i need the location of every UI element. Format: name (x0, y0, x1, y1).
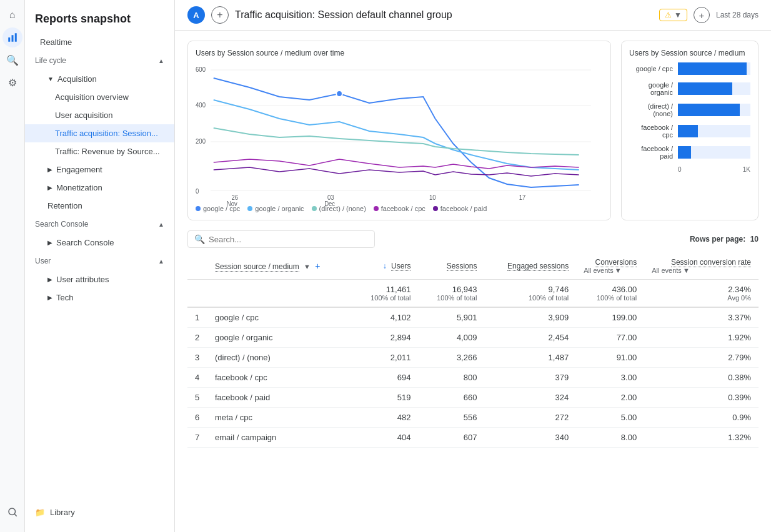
bar-chart-title: Users by Session source / medium (629, 49, 750, 57)
svg-text:200: 200 (196, 138, 206, 145)
date-range[interactable]: Last 28 days (716, 11, 759, 19)
svg-text:600: 600 (196, 66, 206, 73)
row-4-num: 4 (187, 368, 207, 388)
acq-overview-label: Acquisition overview (55, 92, 129, 102)
search-box[interactable]: 🔍 (187, 230, 375, 248)
sidebar-item-retention[interactable]: Retention (25, 197, 174, 215)
table-toolbar: 🔍 Rows per page: 10 (187, 230, 759, 248)
conv-rate-filter[interactable]: All events ▼ (652, 267, 751, 274)
row-4-users: 694 (352, 368, 418, 388)
row-1-num: 1 (187, 307, 207, 328)
table-row: 7 email / campaign 404 607 340 8.00 1.32… (187, 428, 759, 448)
svg-text:Nov: Nov (227, 200, 237, 206)
row-2-sessions: 4,009 (418, 328, 484, 348)
bar-track-direct (678, 104, 750, 116)
total-engaged-value: 9,746 (549, 285, 569, 294)
bar-chart: google / cpc google / organic (direct) /… (629, 62, 750, 173)
lifecycle-chevron: ▲ (158, 57, 164, 64)
conv-rate-chevron: ▼ (683, 267, 690, 274)
home-icon[interactable]: ⌂ (2, 5, 22, 25)
bar-item-direct: (direct) / (none) (629, 102, 750, 117)
row-2-conv-rate: 1.92% (644, 328, 759, 348)
row-6-source: meta / cpc (207, 408, 352, 428)
add-button[interactable]: + (211, 6, 229, 24)
rows-per-page-value[interactable]: 10 (750, 235, 759, 244)
bar-item-fb-cpc: facebook / cpc (629, 124, 750, 139)
library-label: Library (50, 508, 75, 517)
total-engaged: 9,746 100% of total (484, 280, 576, 308)
row-7-source: email / campaign (207, 428, 352, 448)
bar-label-direct: (direct) / (none) (629, 102, 673, 117)
th-num (187, 253, 207, 280)
search-console-item-label: Search Console (56, 238, 114, 247)
icon-rail: ⌂ 🔍 ⚙ (0, 0, 25, 532)
search-icon[interactable]: 🔍 (2, 50, 22, 70)
sidebar-section-user[interactable]: User ▲ (25, 252, 174, 270)
share-button[interactable]: + (694, 7, 710, 23)
sidebar: Reports snapshot Realtime Life cycle ▲ ▼… (25, 0, 175, 532)
sidebar-item-acquisition-overview[interactable]: Acquisition overview (25, 88, 174, 106)
sidebar-section-search-console[interactable]: Search Console ▲ (25, 215, 174, 234)
sidebar-item-acquisition-parent[interactable]: ▼ Acquisition (25, 70, 174, 88)
table-row: 4 facebook / cpc 694 800 379 3.00 0.38% (187, 368, 759, 388)
svg-text:10: 10 (429, 194, 436, 201)
sidebar-item-realtime[interactable]: Realtime (25, 33, 174, 51)
legend-dot-google-cpc (196, 206, 201, 211)
sidebar-item-tech[interactable]: ▶ Tech (25, 288, 174, 307)
bar-label-fb-cpc: facebook / cpc (629, 124, 673, 139)
reports-icon[interactable] (2, 27, 22, 47)
sidebar-item-user-attributes[interactable]: ▶ User attributes (25, 270, 174, 288)
alert-button[interactable]: ⚠ ▼ (659, 9, 687, 21)
total-num (187, 280, 207, 308)
row-6-conv-rate: 0.9% (644, 408, 759, 428)
th-users[interactable]: ↓ Users (352, 253, 418, 280)
gear-icon[interactable]: ⚙ (2, 72, 22, 92)
svg-point-3 (9, 508, 16, 515)
sidebar-item-monetization[interactable]: ▶ Monetization (25, 179, 174, 197)
row-5-conversions: 2.00 (576, 388, 644, 408)
sidebar-item-traffic-revenue[interactable]: Traffic: Revenue by Source... (25, 142, 174, 160)
warning-icon: ⚠ (665, 11, 672, 19)
user-attributes-label: User attributes (56, 275, 109, 284)
sidebar-item-traffic-acquisition[interactable]: Traffic acquisition: Session... (25, 124, 174, 142)
sidebar-item-user-acquisition[interactable]: User acquisition (25, 106, 174, 124)
lifecycle-label: Life cycle (35, 56, 66, 65)
add-dimension-icon[interactable]: + (315, 261, 320, 271)
th-dimension[interactable]: Session source / medium ▼ + (207, 253, 352, 280)
conv-rate-all-events: All events (652, 267, 682, 274)
dimension-dropdown[interactable]: ▼ (304, 263, 311, 270)
th-conversions[interactable]: Conversions All events ▼ (576, 253, 644, 280)
magnify-icon[interactable] (2, 502, 22, 522)
avatar: A (187, 6, 205, 24)
sidebar-item-library[interactable]: 📁 Library (25, 503, 85, 522)
svg-rect-2 (14, 33, 16, 42)
sidebar-section-lifecycle[interactable]: Life cycle ▲ (25, 51, 174, 70)
th-conv-rate[interactable]: Session conversion rate All events ▼ (644, 253, 759, 280)
row-6-sessions: 556 (418, 408, 484, 428)
all-events-chevron: ▼ (615, 267, 622, 274)
svg-text:Dec: Dec (324, 200, 335, 206)
table-row: 1 google / cpc 4,102 5,901 3,909 199.00 … (187, 307, 759, 328)
row-3-users: 2,011 (352, 348, 418, 368)
sidebar-item-search-console[interactable]: ▶ Search Console (25, 234, 174, 252)
th-sessions[interactable]: Sessions (418, 253, 484, 280)
search-console-chevron: ▲ (158, 221, 164, 228)
line-chart: 600 400 200 0 26 Nov 03 Dec (196, 62, 603, 200)
tech-label: Tech (56, 293, 73, 302)
bar-fill-direct (678, 104, 740, 116)
table-row: 5 facebook / paid 519 660 324 2.00 0.39% (187, 388, 759, 408)
search-input[interactable] (209, 235, 368, 244)
bar-label-google-organic: google / organic (629, 81, 673, 96)
row-4-sessions: 800 (418, 368, 484, 388)
sidebar-item-engagement[interactable]: ▶ Engagement (25, 160, 174, 179)
dimension-col-label: Session source / medium (215, 262, 299, 272)
conversions-filter[interactable]: All events ▼ (584, 267, 637, 274)
line-chart-title: Users by Session source / medium over ti… (196, 49, 603, 57)
legend-dot-fb-cpc (374, 206, 379, 211)
th-engaged[interactable]: Engaged sessions (484, 253, 576, 280)
total-users-pct: 100% of total (359, 294, 410, 302)
total-engaged-pct: 100% of total (492, 294, 569, 302)
total-sessions-value: 16,943 (452, 285, 477, 294)
total-label (207, 280, 352, 308)
data-table: Session source / medium ▼ + ↓ Users Sess… (187, 253, 759, 448)
